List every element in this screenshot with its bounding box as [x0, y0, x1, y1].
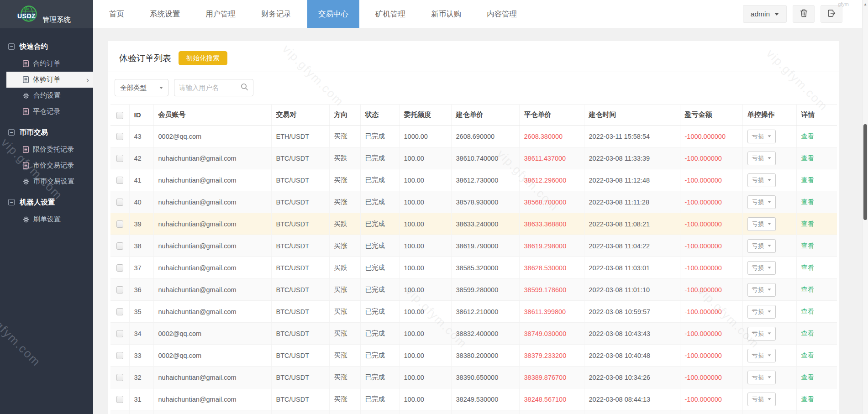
view-detail-link[interactable]: 查看	[801, 132, 815, 140]
list-icon	[23, 60, 29, 67]
cell-pair: BTC/USDT	[271, 257, 329, 279]
control-select[interactable]: 亏损	[747, 261, 776, 275]
view-detail-link[interactable]: 查看	[801, 308, 815, 315]
sidebar-item-合约设置[interactable]: 合约设置	[0, 88, 93, 104]
row-checkbox[interactable]	[116, 396, 123, 403]
cell-status: 已完成	[360, 147, 399, 169]
row-checkbox[interactable]	[116, 352, 123, 359]
row-checkbox[interactable]	[116, 264, 123, 272]
control-select[interactable]: 亏损	[747, 283, 776, 297]
column-header-单控操作: 单控操作	[742, 105, 796, 126]
view-detail-link[interactable]: 查看	[801, 264, 815, 271]
row-checkbox[interactable]	[116, 220, 123, 228]
admin-dropdown[interactable]: admin	[743, 5, 787, 23]
username-input[interactable]	[179, 84, 241, 91]
trash-button[interactable]	[793, 5, 815, 23]
reset-search-button[interactable]: 初始化搜索	[179, 51, 227, 65]
cell-pair: BTC/USDT	[271, 388, 329, 410]
caret-down-icon	[768, 245, 771, 246]
row-checkbox[interactable]	[116, 133, 123, 140]
cell-amount: 100.00	[399, 345, 451, 367]
control-select[interactable]: 亏损	[747, 173, 776, 187]
vertical-scrollbar[interactable]	[862, 0, 868, 414]
nav-item-财务记录[interactable]: 财务记录	[252, 0, 301, 28]
cell-direction: 买涨	[329, 279, 360, 301]
caret-down-icon	[768, 310, 771, 312]
sidebar-section-header[interactable]: 机器人设置	[0, 193, 93, 211]
nav-item-矿机管理[interactable]: 矿机管理	[366, 0, 415, 28]
nav-item-用户管理[interactable]: 用户管理	[196, 0, 245, 28]
view-detail-link[interactable]: 查看	[801, 242, 815, 249]
cell-account: nuhaichuntian@gmail.com	[153, 410, 271, 414]
view-detail-link[interactable]: 查看	[801, 330, 815, 337]
row-checkbox[interactable]	[116, 199, 123, 206]
control-select[interactable]: 亏损	[747, 217, 776, 231]
top-nav: 首页系统设置用户管理财务记录交易中心矿机管理新币认购内容管理	[93, 0, 526, 28]
cell-id: 33	[129, 345, 153, 367]
cell-id: 41	[129, 169, 153, 191]
cell-account: nuhaichuntian@gmail.com	[153, 367, 271, 388]
row-checkbox[interactable]	[116, 308, 123, 315]
view-detail-link[interactable]: 查看	[801, 220, 815, 227]
cell-open-time: 2022-03-08 11:08:21	[584, 213, 680, 235]
cell-account: nuhaichuntian@gmail.com	[153, 169, 271, 191]
cell-id: 37	[129, 257, 153, 279]
view-detail-link[interactable]: 查看	[801, 154, 815, 162]
sidebar-item-市价交易记录[interactable]: 市价交易记录	[0, 157, 93, 173]
type-select[interactable]: 全部类型	[115, 79, 168, 96]
scrollbar-thumb[interactable]	[863, 124, 867, 220]
control-select[interactable]: 亏损	[747, 349, 776, 362]
sidebar-section: 快速合约 合约订单 体验订单 合约设置 平仓记录	[0, 37, 93, 120]
sidebar-item-体验订单[interactable]: 体验订单	[6, 72, 93, 88]
cell-id: 31	[129, 388, 153, 410]
nav-item-系统设置[interactable]: 系统设置	[140, 0, 189, 28]
control-select[interactable]: 亏损	[747, 152, 776, 165]
sidebar-item-平仓记录[interactable]: 平仓记录	[0, 104, 93, 120]
row-checkbox[interactable]	[116, 242, 123, 250]
control-select[interactable]: 亏损	[747, 393, 776, 406]
sidebar-section-header[interactable]: 快速合约	[0, 37, 93, 56]
cell-pnl: -100.000000	[680, 367, 742, 388]
cell-pnl: -100.000000	[680, 235, 742, 257]
sidebar-item-合约订单[interactable]: 合约订单	[0, 56, 93, 72]
table-row: 43 0002@qq.com ETH/USDT 买涨 已完成 1000.00 2…	[110, 126, 837, 147]
sidebar-item-刷单设置[interactable]: 刷单设置	[0, 211, 93, 227]
nav-item-首页[interactable]: 首页	[100, 0, 134, 28]
collapse-minus-icon	[8, 199, 15, 205]
control-select[interactable]: 亏损	[747, 305, 776, 319]
cell-close-price: 38611.399800	[519, 301, 584, 323]
cell-open-time: 2022-03-08 10:59:57	[584, 301, 680, 323]
scroll-up-icon[interactable]	[863, 1, 868, 7]
row-checkbox[interactable]	[116, 374, 123, 381]
view-detail-link[interactable]: 查看	[801, 395, 815, 403]
cell-close-price: 38619.298000	[519, 235, 584, 257]
sidebar-item-币币交易设置[interactable]: 币币交易设置	[0, 173, 93, 189]
control-select[interactable]: 亏损	[747, 327, 776, 341]
logout-button[interactable]	[821, 5, 842, 23]
view-detail-link[interactable]: 查看	[801, 373, 815, 381]
card-header: 体验订单列表 初始化搜索	[108, 41, 839, 65]
caret-down-icon	[768, 332, 771, 334]
sidebar-section-header[interactable]: 币币交易	[0, 123, 93, 141]
sidebar-item-限价委托记录[interactable]: 限价委托记录	[0, 141, 93, 157]
column-header-交易对: 交易对	[271, 105, 329, 126]
cell-status: 已完成	[360, 345, 399, 367]
row-checkbox[interactable]	[116, 177, 123, 184]
select-all-checkbox[interactable]	[116, 112, 123, 119]
row-checkbox[interactable]	[116, 155, 123, 162]
caret-down-icon	[768, 157, 771, 159]
nav-item-内容管理[interactable]: 内容管理	[477, 0, 526, 28]
control-select[interactable]: 亏损	[747, 195, 776, 209]
view-detail-link[interactable]: 查看	[801, 198, 815, 205]
view-detail-link[interactable]: 查看	[801, 176, 815, 183]
view-detail-link[interactable]: 查看	[801, 286, 815, 293]
control-select[interactable]: 亏损	[747, 239, 776, 253]
control-select[interactable]: 亏损	[747, 130, 776, 143]
control-select[interactable]: 亏损	[747, 371, 776, 384]
cell-id: 39	[129, 213, 153, 235]
view-detail-link[interactable]: 查看	[801, 351, 815, 359]
row-checkbox[interactable]	[116, 330, 123, 337]
nav-item-新币认购[interactable]: 新币认购	[421, 0, 471, 28]
row-checkbox[interactable]	[116, 286, 123, 293]
nav-item-交易中心[interactable]: 交易中心	[307, 0, 359, 28]
